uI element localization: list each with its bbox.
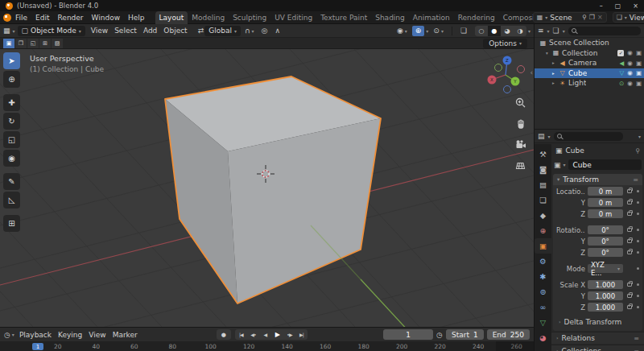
viewport-menu-item[interactable]: Add <box>140 27 160 35</box>
outliner-row-collection[interactable]: ▾ ▦ Collection ✓ ◉ ▣ <box>535 48 644 59</box>
animate-dot-icon[interactable] <box>637 213 639 215</box>
current-frame-field[interactable]: 1 <box>383 329 433 340</box>
animate-dot-icon[interactable] <box>637 283 639 286</box>
workspace-tab[interactable]: Layout <box>155 11 188 24</box>
editor-type-timeline-icon[interactable]: ◷ <box>4 331 10 339</box>
tab-render[interactable]: ◙ <box>535 162 551 177</box>
delete-scene-icon[interactable]: × <box>597 14 603 21</box>
toggle-perspective-icon[interactable] <box>514 159 526 171</box>
select-mode-subtract-button[interactable]: ◱ <box>27 39 39 48</box>
value-field[interactable]: 0° <box>588 248 623 257</box>
pan-view-icon[interactable] <box>514 117 526 130</box>
scene-selector[interactable]: ▦ ▾ Scene ⚲ ❐ × <box>533 12 607 23</box>
close-button[interactable]: × <box>633 2 638 10</box>
prev-frame-button[interactable]: ◀ <box>259 329 271 340</box>
play-button[interactable]: ▶ <box>271 329 283 340</box>
rotation-mode-dropdown[interactable]: XYZ E... ▾ <box>588 264 623 273</box>
jump-to-start-button[interactable]: |◀ <box>235 329 247 340</box>
tool-move[interactable]: ✚ <box>3 94 20 111</box>
new-scene-icon[interactable]: ❐ <box>589 14 595 21</box>
minimize-button[interactable]: – <box>600 2 603 10</box>
value-field[interactable]: 1.000 <box>588 291 623 300</box>
expand-icon[interactable]: ▸ <box>551 81 556 85</box>
tab-tool[interactable]: ⚒ <box>535 147 551 162</box>
object-icon[interactable]: ▣ <box>554 161 561 169</box>
select-mode-invert-button[interactable]: ⊞ <box>39 39 51 48</box>
tab-object[interactable]: ▣ <box>535 238 551 254</box>
end-frame-field[interactable]: End 250 <box>487 329 530 340</box>
tab-scene[interactable]: ◆ <box>535 208 551 223</box>
lock-icon[interactable] <box>627 200 632 204</box>
shading-rendered-button[interactable]: ◑ <box>514 26 526 36</box>
3d-viewport[interactable]: Z X Y User Perspective (1) Collection | … <box>0 49 534 327</box>
tab-particles[interactable]: ✱ <box>535 269 551 284</box>
chevron-down-icon[interactable]: ▾ <box>426 28 428 34</box>
current-frame-playhead[interactable]: 1 <box>32 343 43 350</box>
tab-modifiers[interactable]: ⚙ <box>535 254 551 269</box>
display-mode-icon[interactable]: ❏ <box>553 27 559 35</box>
menu-item[interactable]: File <box>11 14 31 22</box>
select-mode-extend-button[interactable]: ❐ <box>15 39 27 48</box>
animate-dot-icon[interactable] <box>637 251 639 254</box>
shading-wireframe-button[interactable]: ○ <box>475 26 488 36</box>
clock-icon[interactable]: ◷ <box>436 331 443 339</box>
pin-icon[interactable]: ⚲ <box>635 147 640 155</box>
eye-icon[interactable]: ◉ <box>627 69 633 76</box>
timeline-menu-item[interactable]: View <box>85 331 109 339</box>
editor-type-properties-icon[interactable]: ▤ <box>538 132 545 140</box>
value-field[interactable]: 0° <box>588 237 623 246</box>
jump-to-end-button[interactable]: ▶| <box>295 329 308 340</box>
select-mode-intersect-button[interactable]: ▨ <box>52 39 63 48</box>
collapsed-section[interactable]: › Collections ≡ <box>551 345 644 351</box>
pin-icon[interactable]: ⚲ <box>582 14 587 21</box>
animate-dot-icon[interactable] <box>637 229 639 231</box>
lock-icon[interactable] <box>627 239 632 243</box>
transform-panel-header[interactable]: ▾ Transform ≡ <box>553 174 642 185</box>
tool-measure[interactable]: ◺ <box>3 192 20 209</box>
lock-icon[interactable] <box>627 228 632 232</box>
chevron-down-icon[interactable]: ▾ <box>638 134 641 139</box>
outliner-row-cube[interactable]: ▸ ▽ Cube ▽ ◉ ▣ <box>535 68 644 79</box>
blender-menu-icon[interactable] <box>3 14 11 22</box>
shading-dropdown-icon[interactable]: ▾ <box>528 28 530 34</box>
mode-selector[interactable]: ▢ Object Mode ▾ <box>18 26 85 36</box>
eye-icon[interactable]: ◉ <box>627 80 633 87</box>
zoom-view-icon[interactable] <box>514 96 526 109</box>
menu-item[interactable]: Help <box>124 14 149 22</box>
tool-add-cube[interactable]: ⊞ <box>3 215 20 232</box>
delta-transform-section[interactable]: › Delta Transform <box>553 316 642 328</box>
collection-checkbox[interactable]: ✓ <box>617 50 624 56</box>
timeline-ruler[interactable]: 20406080100120140160180200220240260 1 <box>0 341 534 351</box>
shading-solid-button[interactable]: ● <box>488 26 501 36</box>
value-field[interactable]: 1.000 <box>588 303 623 312</box>
workspace-tab[interactable]: Rendering <box>454 11 499 24</box>
maximize-button[interactable]: ▢ <box>615 2 621 10</box>
proportional-falloff-button[interactable]: ∧ <box>271 26 283 36</box>
animate-dot-icon[interactable] <box>637 190 639 192</box>
workspace-tab[interactable]: UV Editing <box>270 11 316 24</box>
properties-search-input[interactable] <box>554 132 623 141</box>
value-field[interactable]: 0 m <box>588 187 623 196</box>
auto-keying-button[interactable]: ● <box>217 329 231 340</box>
snap-toggle-button[interactable]: ∩▾ <box>242 26 258 36</box>
workspace-tab[interactable]: Shading <box>371 11 409 24</box>
eye-icon[interactable]: ◉ <box>627 60 633 67</box>
workspace-tab[interactable]: Modeling <box>188 11 229 24</box>
tool-cursor[interactable]: ⊕ <box>3 71 20 88</box>
lock-icon[interactable] <box>627 212 632 216</box>
expand-icon[interactable]: ▾ <box>544 51 550 56</box>
animate-dot-icon[interactable] <box>637 267 639 270</box>
viewport-menu-item[interactable]: Select <box>111 27 140 35</box>
value-field[interactable]: 0 m <box>588 198 623 207</box>
animate-dot-icon[interactable] <box>637 306 639 308</box>
filter-icon[interactable]: ≡ <box>538 27 544 35</box>
xray-toggle-button[interactable]: ❏ <box>457 26 470 36</box>
tab-material[interactable]: ◕ <box>535 330 551 345</box>
shading-material-button[interactable]: ◕ <box>501 26 514 36</box>
lock-icon[interactable] <box>627 294 632 298</box>
view-layer-selector[interactable]: ❏ ▾ ViewLayer ❐ × <box>613 12 644 23</box>
menu-item[interactable]: Render <box>54 14 88 22</box>
eye-icon[interactable]: ◉ <box>627 49 633 56</box>
lock-icon[interactable] <box>627 189 632 193</box>
tool-select-box[interactable]: ➤ <box>3 52 20 69</box>
